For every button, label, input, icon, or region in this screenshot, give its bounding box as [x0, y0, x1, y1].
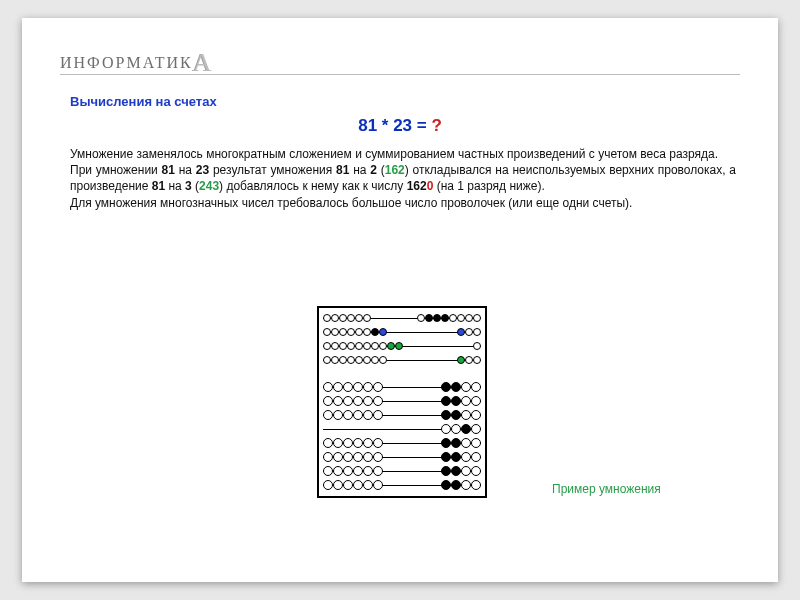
bead [343, 396, 353, 406]
bead [347, 328, 355, 336]
bead [461, 410, 471, 420]
body-p2: При умножении 81 на 23 результат умножен… [70, 162, 736, 194]
bead [343, 438, 353, 448]
bead [441, 438, 451, 448]
bead [363, 452, 373, 462]
bead [473, 328, 481, 336]
bead [471, 466, 481, 476]
body-p3: Для умножения многозначных чисел требова… [70, 195, 736, 211]
bead [457, 356, 465, 364]
bead [347, 342, 355, 350]
bead [451, 452, 461, 462]
bead [343, 466, 353, 476]
bead [363, 314, 371, 322]
bead [331, 342, 339, 350]
bead [347, 356, 355, 364]
bead [339, 342, 347, 350]
bead [343, 452, 353, 462]
header-rule [60, 74, 740, 75]
bead [331, 314, 339, 322]
bead [461, 452, 471, 462]
bead [343, 480, 353, 490]
equation-qmark: ? [431, 116, 441, 135]
bead [363, 356, 371, 364]
bead [371, 356, 379, 364]
bead [355, 328, 363, 336]
bead [451, 410, 461, 420]
bead [441, 480, 451, 490]
abacus-wire [323, 424, 481, 434]
bead [353, 382, 363, 392]
bead [465, 314, 473, 322]
bead [461, 438, 471, 448]
bead [451, 424, 461, 434]
abacus-illustration [317, 306, 487, 498]
abacus-wire [323, 438, 481, 448]
bead [355, 356, 363, 364]
bead [373, 480, 383, 490]
bead [343, 382, 353, 392]
bead [473, 342, 481, 350]
bead [323, 452, 333, 462]
bead [379, 328, 387, 336]
bead [441, 452, 451, 462]
bead [363, 410, 373, 420]
bead [441, 466, 451, 476]
section-title: Вычисления на счетах [70, 94, 217, 109]
equation: 81 * 23 = ? [22, 116, 778, 136]
bead [355, 314, 363, 322]
brand-prefix: ИНФОРМАТИК [60, 54, 193, 71]
abacus-wire [323, 466, 481, 476]
abacus-wire [323, 314, 481, 322]
bead [451, 466, 461, 476]
bead [333, 480, 343, 490]
bead [371, 328, 379, 336]
bead [473, 314, 481, 322]
bead [441, 382, 451, 392]
bead [353, 438, 363, 448]
bead [473, 356, 481, 364]
bead [323, 342, 331, 350]
abacus-caption: Пример умножения [552, 482, 661, 496]
bead [457, 314, 465, 322]
bead [373, 410, 383, 420]
bead [323, 314, 331, 322]
bead [347, 314, 355, 322]
bead [333, 438, 343, 448]
bead [441, 396, 451, 406]
bead [395, 342, 403, 350]
num-1620: 1620 [407, 179, 434, 193]
bead [417, 314, 425, 322]
bead [363, 328, 371, 336]
bead [323, 480, 333, 490]
bead [379, 356, 387, 364]
equation-lhs: 81 * 23 = [358, 116, 431, 135]
abacus-wire [323, 342, 481, 350]
bead [353, 466, 363, 476]
bead [449, 314, 457, 322]
bead [373, 466, 383, 476]
bead [331, 328, 339, 336]
bead [331, 356, 339, 364]
abacus-wire [323, 382, 481, 392]
bead [451, 438, 461, 448]
bead [333, 466, 343, 476]
bead [371, 342, 379, 350]
bead [353, 396, 363, 406]
body-text: Умножение заменялось многократным сложен… [70, 146, 736, 211]
bead [461, 466, 471, 476]
bead [363, 480, 373, 490]
bead [471, 396, 481, 406]
bead [461, 396, 471, 406]
bead [333, 410, 343, 420]
abacus-wire [323, 452, 481, 462]
bead [373, 382, 383, 392]
bead [373, 452, 383, 462]
bead [323, 328, 331, 336]
bead [323, 438, 333, 448]
bead [433, 314, 441, 322]
bead [441, 424, 451, 434]
bead [343, 410, 353, 420]
bead [363, 396, 373, 406]
abacus-wire [323, 480, 481, 490]
